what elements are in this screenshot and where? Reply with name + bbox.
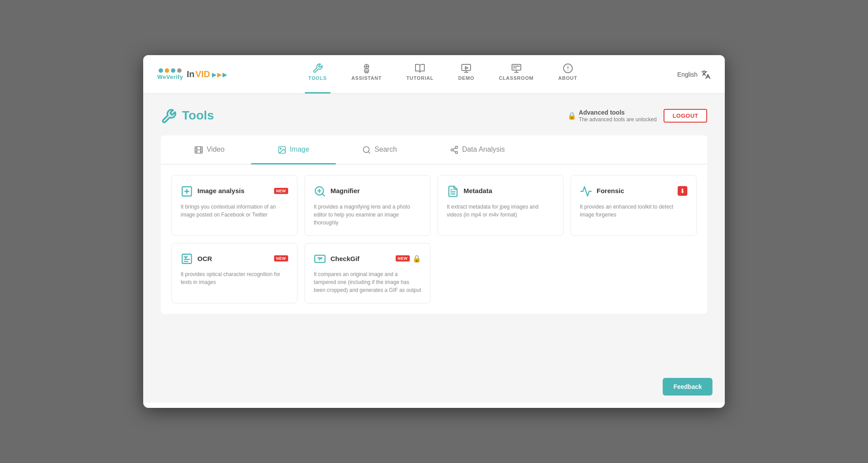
search-tab-icon: [362, 144, 371, 154]
tool-card-magnifier[interactable]: Magnifier It provides a magnifying lens …: [304, 175, 430, 236]
badge-new-image-analysis: NEW: [274, 188, 289, 194]
page-header: Tools 🔒 Advanced tools The advanced tool…: [161, 106, 707, 125]
badge-new-checkgif: NEW: [396, 255, 410, 261]
card-header-forensic: Forensic ⬇: [580, 184, 687, 198]
nav-label-about: ABOUT: [558, 75, 577, 81]
tools-container: Video Image: [161, 135, 707, 314]
page-title: Tools: [182, 108, 214, 123]
page-title-icon: [161, 106, 177, 125]
language-label: English: [677, 71, 697, 78]
nav-label-tools: TOOLS: [308, 75, 327, 81]
svg-point-23: [280, 148, 281, 149]
card-title-forensic: Forensic: [597, 187, 624, 194]
nav-item-tutorial[interactable]: TUTORIAL: [403, 55, 437, 93]
tab-image-label: Image: [290, 146, 309, 153]
image-tab-icon: [278, 144, 286, 154]
unlocked-text: The advanced tools are unlocked: [579, 116, 657, 123]
logo-area[interactable]: WeVerify In VID ▶ ▶ ▶: [157, 68, 228, 80]
tab-video[interactable]: Video: [168, 135, 251, 164]
invid-logo: In VID ▶ ▶ ▶: [187, 69, 227, 79]
tabs-bar: Video Image: [161, 135, 707, 164]
card-desc-ocr: It provides optical character recognitio…: [181, 270, 288, 286]
card-header-image-analysis: Image analysis NEW: [181, 184, 288, 198]
nav-center: TOOLS ASSISTANT: [228, 55, 658, 93]
advanced-tools-label: 🔒 Advanced tools The advanced tools are …: [568, 108, 657, 123]
svg-line-25: [368, 152, 370, 153]
video-tab-icon: [194, 144, 203, 154]
tab-data-analysis-label: Data Analysis: [462, 146, 505, 153]
card-title-ocr: OCR: [197, 255, 212, 262]
language-icon[interactable]: [701, 69, 711, 80]
tab-video-label: Video: [207, 146, 225, 153]
card-header-magnifier: Magnifier: [314, 184, 421, 198]
svg-line-36: [322, 194, 324, 196]
card-desc-image-analysis: It brings you contextual information of …: [181, 203, 288, 219]
magnifier-icon: [314, 184, 326, 198]
tool-card-ocr[interactable]: OCR NEW It provides optical character re…: [171, 243, 297, 304]
forensic-icon: [580, 184, 592, 198]
tools-icon: [312, 63, 323, 74]
card-desc-forensic: It provides an enhanced toolkit to detec…: [580, 203, 687, 219]
tab-search-label: Search: [375, 146, 397, 153]
data-analysis-tab-icon: [450, 144, 459, 154]
nav-label-classroom: CLASSROOM: [499, 75, 534, 81]
card-title-checkgif: CheckGif: [330, 255, 360, 262]
nav-item-classroom[interactable]: CLASSROOM: [495, 55, 537, 93]
advanced-tools-area: 🔒 Advanced tools The advanced tools are …: [568, 108, 707, 123]
badge-download-forensic: ⬇: [678, 186, 687, 196]
nav-label-assistant: ASSISTANT: [352, 75, 382, 81]
badge-lock-checkgif: 🔒: [412, 254, 421, 263]
tab-search[interactable]: Search: [336, 135, 423, 164]
svg-marker-5: [465, 67, 468, 69]
cards-grid: Image analysis NEW It brings you context…: [161, 164, 707, 314]
checkgif-icon: [314, 252, 326, 265]
weverify-logo: WeVerify: [157, 68, 183, 80]
badge-new-ocr: NEW: [274, 255, 289, 261]
card-desc-metadata: It extract metadata for jpeg images and …: [447, 203, 554, 219]
feedback-button[interactable]: Feedback: [663, 378, 712, 396]
svg-point-34: [186, 190, 187, 191]
advanced-tools-text: Advanced tools: [579, 109, 625, 116]
nav-item-demo[interactable]: DEMO: [455, 55, 478, 93]
demo-icon: [461, 63, 471, 74]
tool-card-metadata[interactable]: Metadata It extract metadata for jpeg im…: [438, 175, 564, 236]
tool-card-image-analysis[interactable]: Image analysis NEW It brings you context…: [171, 175, 297, 236]
card-desc-checkgif: It compares an original image and a tamp…: [314, 270, 421, 294]
main-content: Tools 🔒 Advanced tools The advanced tool…: [143, 94, 725, 403]
nav-label-demo: DEMO: [458, 75, 474, 81]
lock-icon: 🔒: [568, 112, 576, 120]
tutorial-icon: [415, 63, 425, 74]
card-desc-magnifier: It provides a magnifying lens and a phot…: [314, 203, 421, 227]
browser-window: WeVerify In VID ▶ ▶ ▶ TOOLS: [143, 55, 725, 408]
classroom-icon: [511, 63, 522, 74]
nav-item-tools[interactable]: TOOLS: [305, 55, 330, 93]
svg-line-30: [453, 148, 456, 149]
tool-card-checkgif[interactable]: CheckGif NEW 🔒 It compares an original i…: [304, 243, 430, 304]
page-title-area: Tools: [161, 106, 214, 125]
card-header-metadata: Metadata: [447, 184, 554, 198]
ocr-icon: [181, 252, 193, 265]
assistant-icon: [361, 63, 372, 74]
image-analysis-icon: [181, 184, 193, 198]
nav-item-assistant[interactable]: ASSISTANT: [348, 55, 386, 93]
about-icon: [563, 63, 573, 74]
card-header-ocr: OCR NEW: [181, 252, 288, 265]
logout-button[interactable]: LOGOUT: [664, 109, 707, 123]
card-title-magnifier: Magnifier: [330, 187, 360, 194]
navbar: WeVerify In VID ▶ ▶ ▶ TOOLS: [143, 55, 725, 94]
metadata-icon: [447, 184, 459, 198]
tab-data-analysis[interactable]: Data Analysis: [423, 135, 531, 164]
card-title-image-analysis: Image analysis: [197, 187, 245, 194]
card-header-checkgif: CheckGif NEW 🔒: [314, 252, 421, 265]
nav-right: English: [658, 69, 711, 80]
tab-image[interactable]: Image: [251, 135, 336, 164]
nav-item-about[interactable]: ABOUT: [555, 55, 581, 93]
card-title-metadata: Metadata: [464, 187, 492, 194]
svg-line-29: [453, 150, 456, 152]
nav-label-tutorial: TUTORIAL: [406, 75, 434, 81]
svg-rect-6: [512, 64, 521, 70]
tool-card-forensic[interactable]: Forensic ⬇ It provides an enhanced toolk…: [571, 175, 697, 236]
